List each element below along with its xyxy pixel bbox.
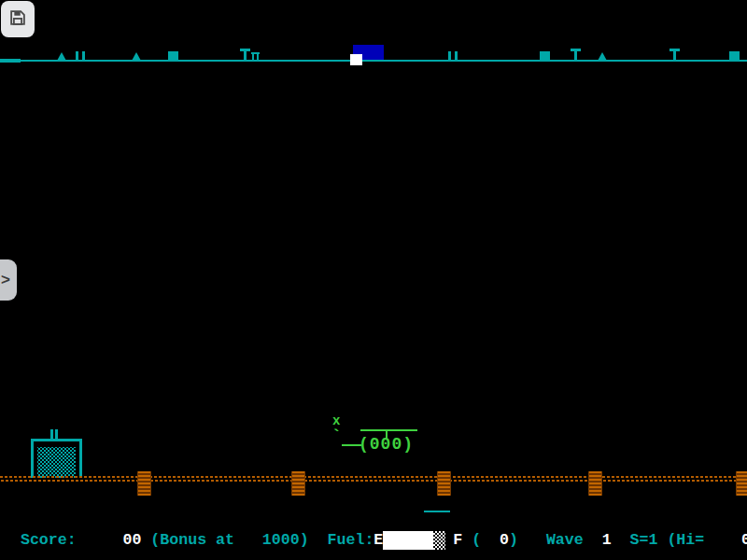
radar-marker-pi <box>251 52 260 61</box>
ground-post <box>588 471 602 496</box>
ground-post <box>137 471 151 496</box>
radar-marker-triangle <box>57 52 66 61</box>
radar-marker-pylon <box>448 51 458 61</box>
radar-marker-dash <box>0 59 21 63</box>
status-text: 0 <box>481 531 509 549</box>
status-text: S=1 (Hi= <box>612 531 741 549</box>
vehicle-antenna-bar <box>360 429 417 431</box>
status-text: 1 <box>602 531 612 549</box>
ground-post <box>736 471 747 496</box>
status-text: (Bonus at 1000) Fuel: <box>141 531 374 549</box>
player-cursor-marker <box>350 54 362 65</box>
ground-strip <box>0 475 747 483</box>
radar-marker-square <box>168 51 178 62</box>
depot-fill-pattern <box>37 447 76 478</box>
radar-marker-pylon <box>76 51 85 61</box>
fuel-gauge-dither <box>433 531 445 550</box>
radar-baseline <box>0 60 747 62</box>
ground-post <box>291 471 305 496</box>
ground-post <box>437 471 451 496</box>
radar-marker-tee <box>240 49 250 61</box>
save-button[interactable] <box>1 1 35 37</box>
status-text: ) Wave <box>509 531 602 549</box>
fuel-gauge-solid <box>383 531 433 550</box>
radar-marker-square <box>729 51 740 62</box>
game-screen[interactable]: x ` (000) Score: 00 (Bonus at 1000) Fuel… <box>0 0 747 560</box>
radar-marker-tee <box>571 49 581 61</box>
radar-marker-tee <box>669 49 680 61</box>
vehicle-neck: ` <box>331 430 342 443</box>
status-text: 00 <box>741 531 747 549</box>
status-text: E <box>374 531 383 549</box>
radar-marker-square <box>540 51 550 62</box>
depot-walls <box>31 439 82 478</box>
status-text: F <box>453 531 462 549</box>
status-bar: Score: 00 (Bonus at 1000) Fuel:EF ( 0) W… <box>2 494 747 514</box>
status-text: 00 <box>122 531 141 549</box>
vehicle-body: (000) <box>359 435 414 454</box>
fuel-gauge-tick <box>424 511 450 512</box>
radar-marker-triangle <box>598 52 607 61</box>
chevron-right-icon: > <box>1 271 10 289</box>
status-text: ( <box>462 531 481 549</box>
vehicle-head: x <box>332 414 340 427</box>
radar-marker-triangle <box>132 52 141 61</box>
expand-controls-button[interactable]: > <box>0 259 17 301</box>
depot-chimney <box>50 429 58 439</box>
status-text: Score: <box>21 531 123 549</box>
floppy-save-icon <box>7 7 28 31</box>
